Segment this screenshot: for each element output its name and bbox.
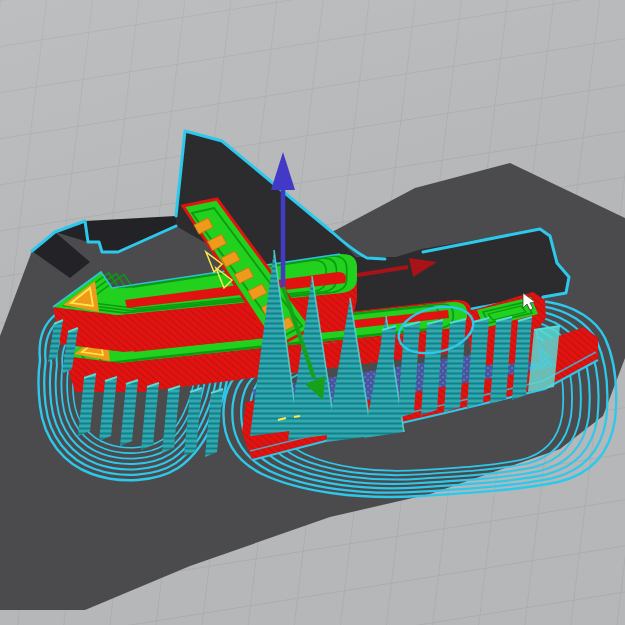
slicer-3d-viewport[interactable] <box>0 0 625 625</box>
scene-canvas <box>0 0 625 625</box>
